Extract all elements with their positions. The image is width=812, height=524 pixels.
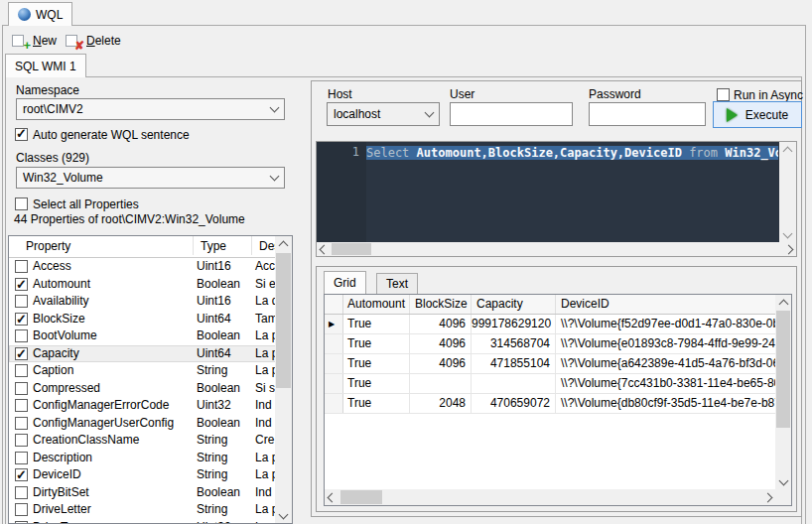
tab-text[interactable]: Text [376, 273, 418, 294]
auto-generate-label[interactable]: Auto generate WQL sentence [33, 128, 190, 142]
property-checkbox[interactable] [15, 382, 28, 395]
property-row[interactable]: ConfigManagerErrorCodeUint32Ind [9, 397, 292, 415]
properties-table-header: Property Type Des [9, 236, 292, 258]
new-button-label: N [33, 34, 42, 48]
property-checkbox[interactable] [15, 347, 28, 360]
column-header-deviceid[interactable]: DeviceID [556, 295, 775, 314]
run-async-label[interactable]: Run in Async [734, 88, 803, 102]
scroll-left-icon[interactable] [317, 242, 332, 257]
property-row[interactable]: DeviceIDStringLa p [9, 466, 292, 484]
property-row[interactable]: DriveLetterStringLa p [9, 501, 292, 519]
property-row[interactable]: CompressedBooleanSi s [9, 380, 292, 398]
editor-horizontal-scrollbar[interactable] [317, 242, 796, 256]
sql-code-line[interactable]: Select Automount,BlockSize,Capacity,Devi… [366, 142, 778, 242]
property-checkbox[interactable] [15, 278, 28, 291]
tab-grid-label: Grid [334, 276, 356, 290]
property-checkbox[interactable] [15, 295, 28, 308]
column-header-blocksize[interactable]: BlockSize [410, 295, 472, 314]
property-row[interactable]: CaptionStringLa p [9, 362, 292, 380]
property-row[interactable]: CreationClassNameStringCre [9, 432, 292, 450]
tab-sql-wmi-1[interactable]: SQL WMI 1 [5, 54, 86, 77]
property-row[interactable]: DescriptionStringLa p [9, 450, 292, 467]
properties-scrollbar[interactable] [275, 236, 292, 523]
classes-value: Win32_Volume [23, 171, 271, 185]
password-label: Password [589, 87, 641, 101]
grid-row[interactable]: True 2048 470659072 \\?\Volume{db80cf9f-… [325, 394, 775, 414]
property-checkbox[interactable] [15, 260, 28, 273]
property-row[interactable]: DirtyBitSetBooleanInd [9, 484, 292, 502]
scroll-right-icon[interactable] [781, 242, 796, 257]
classes-combobox[interactable]: Win32_Volume [16, 167, 285, 189]
namespace-value: root\CIMV2 [23, 102, 271, 116]
property-checkbox[interactable] [15, 313, 28, 326]
scroll-down-icon[interactable] [780, 227, 795, 242]
sql-keyword: Select [366, 146, 409, 160]
property-checkbox[interactable] [15, 417, 28, 430]
scroll-up-icon[interactable] [780, 142, 795, 157]
property-row[interactable]: AutomountBooleanSi e [9, 276, 292, 294]
column-header-automount[interactable]: Automount [342, 295, 410, 314]
scrollbar-corner [775, 489, 791, 505]
scrollbar-thumb[interactable] [776, 311, 790, 428]
property-checkbox[interactable] [15, 468, 28, 481]
run-async-checkbox[interactable] [717, 88, 730, 101]
tab-wql[interactable]: WQL [8, 2, 72, 26]
property-row[interactable]: BlockSizeUint64Tam [9, 311, 292, 328]
globe-icon [18, 8, 31, 21]
chevron-down-icon [270, 103, 280, 113]
property-row[interactable]: ConfigManagerUserConfigBooleanInd [9, 415, 292, 433]
delete-icon: ✘ [66, 34, 82, 49]
property-checkbox[interactable] [15, 434, 28, 447]
property-row[interactable]: AvailabilityUint16La d [9, 293, 292, 311]
property-row[interactable]: BootVolumeBooleanLa p [9, 328, 292, 345]
scrollbar-thumb[interactable] [276, 253, 291, 388]
grid-row[interactable]: True \\?\Volume{7cc431b0-3381-11e4-be65-… [325, 374, 775, 394]
scrollbar-thumb[interactable] [340, 490, 382, 504]
grid-row[interactable]: True 4096 999178629120 \\?\Volume{f52d97… [325, 315, 775, 334]
sql-editor[interactable]: 1 Select Automount,BlockSize,Capacity,De… [316, 141, 797, 257]
grid-row[interactable]: True 4096 314568704 \\?\Volume{e01893c8-… [325, 334, 775, 354]
host-combobox[interactable]: localhost [327, 102, 440, 126]
property-checkbox[interactable] [15, 486, 28, 499]
property-checkbox[interactable] [15, 399, 28, 412]
grid-horizontal-scrollbar[interactable] [325, 489, 775, 505]
namespace-label: Namespace [16, 83, 79, 97]
namespace-combobox[interactable]: root\CIMV2 [16, 98, 285, 120]
scroll-up-icon[interactable] [776, 295, 791, 310]
line-number: 1 [352, 145, 359, 159]
password-input[interactable] [589, 102, 706, 126]
tab-wql-label: WQL [36, 8, 63, 22]
column-header-capacity[interactable]: Capacity [472, 295, 556, 314]
property-checkbox[interactable] [15, 521, 28, 524]
tab-text-label: Text [386, 277, 408, 291]
execute-button[interactable]: Execute [713, 101, 802, 128]
user-input[interactable] [450, 102, 573, 126]
column-header-property[interactable]: Property [26, 236, 70, 257]
scroll-right-icon[interactable] [760, 490, 775, 505]
property-checkbox[interactable] [15, 503, 28, 516]
scroll-down-icon[interactable] [276, 508, 291, 523]
grid-row[interactable]: True 4096 471855104 \\?\Volume{a642389e-… [325, 354, 775, 374]
property-row[interactable]: AccessUint16Acc [9, 258, 292, 276]
property-checkbox[interactable] [15, 364, 28, 377]
editor-vertical-scrollbar[interactable] [779, 142, 796, 242]
scroll-down-icon[interactable] [776, 474, 791, 489]
wql-window: WQL + New ✘ Delete SQL WMI 1 Namespace r… [0, 0, 812, 524]
column-header-type[interactable]: Type [201, 236, 226, 257]
property-row[interactable]: DriveTypeUint32La p [9, 519, 292, 524]
select-all-properties-label[interactable]: Select all Properties [33, 197, 139, 211]
scroll-left-icon[interactable] [325, 490, 339, 505]
auto-generate-checkbox[interactable] [15, 128, 28, 141]
property-checkbox[interactable] [15, 452, 28, 464]
chevron-down-icon [270, 172, 280, 182]
grid-vertical-scrollbar[interactable] [775, 295, 791, 489]
new-button[interactable]: + New [8, 30, 61, 52]
property-row[interactable]: CapacityUint64La p [9, 345, 292, 363]
scroll-up-icon[interactable] [276, 236, 291, 251]
tab-grid[interactable]: Grid [324, 271, 366, 294]
host-value: localhost [334, 107, 426, 121]
property-checkbox[interactable] [15, 329, 28, 342]
select-all-properties-checkbox[interactable] [15, 197, 28, 210]
scrollbar-thumb[interactable] [332, 243, 371, 255]
delete-button[interactable]: ✘ Delete [62, 30, 125, 52]
